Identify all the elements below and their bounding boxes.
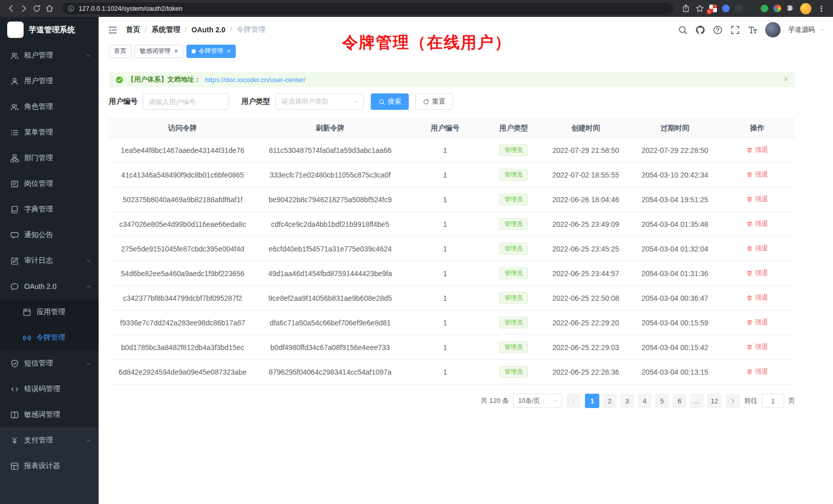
sidebar-item-audit-log[interactable]: 审计日志 xyxy=(0,248,99,274)
force-logout-button[interactable]: 强退 xyxy=(746,219,768,228)
extension-darkgreen-icon[interactable] xyxy=(748,5,755,12)
page-button-5[interactable]: 5 xyxy=(655,394,669,408)
sidebar-item-role[interactable]: 角色管理 xyxy=(0,94,99,120)
extension-green-icon[interactable] xyxy=(761,5,768,12)
sidebar-item-error-code[interactable]: 错误码管理 xyxy=(0,376,99,402)
delete-icon xyxy=(746,221,753,227)
sidebar-item-label: 岗位管理 xyxy=(24,179,53,188)
sidebar-item-oauth2[interactable]: OAuth 2.0 xyxy=(0,274,99,299)
force-logout-button[interactable]: 强退 xyxy=(746,293,768,302)
user-avatar[interactable] xyxy=(765,22,781,37)
sidebar-item-menu[interactable]: 菜单管理 xyxy=(0,120,99,145)
home-icon[interactable] xyxy=(45,4,54,13)
sidebar-item-oauth2-token[interactable]: 令牌管理 xyxy=(0,325,99,351)
tab-敏感词管理[interactable]: 敏感词管理× xyxy=(135,45,183,58)
user-type-badge: 管理员 xyxy=(499,169,528,181)
browser-menu-icon[interactable]: ⋮ xyxy=(817,5,826,12)
bookmark-star-icon[interactable] xyxy=(695,4,704,13)
menu-icon xyxy=(10,128,19,137)
doc-link[interactable]: https://doc.iocoder.cn/user-center/ xyxy=(205,76,306,84)
sidebar-item-post[interactable]: 岗位管理 xyxy=(0,171,99,197)
font-size-icon[interactable] xyxy=(748,25,758,35)
sidebar-item-sms[interactable]: 短信管理 xyxy=(0,351,99,376)
user-type-cell: 管理员 xyxy=(486,163,541,187)
sidebar-item-report-designer[interactable]: 报表设计器 xyxy=(0,453,99,479)
tab-首页[interactable]: 首页 xyxy=(109,45,131,58)
extension-colorful-icon[interactable] xyxy=(773,5,781,12)
chevron-down-icon[interactable] xyxy=(819,27,825,33)
force-logout-button[interactable]: 强退 xyxy=(746,170,768,179)
user-type-select[interactable]: 请选择用户类型 xyxy=(275,93,364,110)
browser-profile-avatar[interactable] xyxy=(800,3,811,14)
goto-page-input[interactable] xyxy=(762,394,784,408)
next-page-button[interactable] xyxy=(726,394,740,408)
page-size-select[interactable]: 10条/页 xyxy=(513,394,562,408)
notice-icon xyxy=(10,231,19,240)
extensions-puzzle-icon[interactable] xyxy=(786,4,795,13)
sidebar-item-sensitive-word[interactable]: 敏感词管理 xyxy=(0,402,99,428)
sidebar-item-dict[interactable]: 字典管理 xyxy=(0,197,99,222)
sidebar-item-notice[interactable]: 通知公告 xyxy=(0,222,99,248)
user-id-input[interactable] xyxy=(143,93,229,110)
doc-alert-banner: 【用户体系】文档地址： https://doc.iocoder.cn/user-… xyxy=(109,72,795,87)
page-button-12[interactable]: 12 xyxy=(707,394,722,408)
force-logout-button[interactable]: 强退 xyxy=(746,145,768,154)
extension-dark-icon[interactable] xyxy=(735,5,743,12)
force-logout-button[interactable]: 强退 xyxy=(746,195,768,204)
back-icon[interactable] xyxy=(7,4,15,13)
page-button-3[interactable]: 3 xyxy=(620,394,634,408)
page-more-button[interactable]: ... xyxy=(690,394,704,408)
forward-icon[interactable] xyxy=(20,4,28,13)
help-icon[interactable] xyxy=(713,25,723,35)
github-icon[interactable] xyxy=(695,25,705,35)
site-info-icon[interactable] xyxy=(68,5,74,12)
share-icon[interactable] xyxy=(681,4,690,13)
force-logout-button[interactable]: 强退 xyxy=(746,367,768,376)
extension-badge: 0 xyxy=(707,9,711,14)
force-logout-button[interactable]: 强退 xyxy=(746,318,768,327)
search-button[interactable]: 搜索 xyxy=(371,93,409,110)
collapse-sidebar-icon[interactable] xyxy=(108,25,118,35)
user-name[interactable]: 芋道源码 xyxy=(788,25,815,34)
user-type-badge: 管理员 xyxy=(499,292,528,304)
sidebar-item-tenant[interactable]: 租户管理 xyxy=(0,43,99,68)
fullscreen-icon[interactable] xyxy=(730,25,740,35)
tab-令牌管理[interactable]: 令牌管理× xyxy=(186,45,236,58)
prev-page-button[interactable] xyxy=(566,394,581,408)
page-button-4[interactable]: 4 xyxy=(637,394,652,408)
reload-icon[interactable] xyxy=(32,4,41,13)
force-logout-label: 强退 xyxy=(755,219,768,228)
sidebar-item-dept[interactable]: 部门管理 xyxy=(0,145,99,171)
sidebar-item-oauth2-app[interactable]: 应用管理 xyxy=(0,299,99,325)
column-header: 访问令牌 xyxy=(109,119,256,138)
app-logo[interactable]: 芋道管理系统 xyxy=(0,17,99,43)
extension-adblock-icon[interactable]: 0 xyxy=(709,5,717,12)
token-icon xyxy=(23,334,31,342)
access-token-cell: c347026e805e4d99b0d116eae66eda8c xyxy=(109,212,256,237)
sidebar-item-pay[interactable]: 支付管理 xyxy=(0,428,99,453)
search-icon[interactable] xyxy=(678,25,688,35)
close-icon[interactable]: × xyxy=(174,48,178,54)
force-logout-button[interactable]: 强退 xyxy=(746,342,768,352)
page-button-6[interactable]: 6 xyxy=(672,394,687,408)
column-header: 操作 xyxy=(720,119,795,138)
sidebar-item-user[interactable]: 用户管理 xyxy=(0,68,99,94)
breadcrumb-item[interactable]: 系统管理 xyxy=(152,25,180,34)
table-row: 6d842e2924594de9a09e45e087323abe8796295f… xyxy=(109,360,795,384)
force-logout-label: 强退 xyxy=(755,318,768,327)
force-logout-button[interactable]: 强退 xyxy=(746,244,768,253)
force-logout-button[interactable]: 强退 xyxy=(746,268,768,278)
sidebar-item-label: 通知公告 xyxy=(24,230,53,240)
chevron-down-icon xyxy=(86,258,91,264)
address-bar[interactable]: 127.0.0.1:1024/system/oauth2/token xyxy=(62,3,673,14)
close-icon[interactable]: × xyxy=(784,75,788,84)
breadcrumb-item[interactable]: OAuth 2.0 xyxy=(192,26,225,34)
extension-blue-icon[interactable] xyxy=(722,5,730,12)
reset-button[interactable]: 重置 xyxy=(415,93,453,110)
refresh-token-cell: be90422b8c7946218275a508bf524fc9 xyxy=(256,187,404,212)
page-button-2[interactable]: 2 xyxy=(602,394,617,408)
breadcrumb-item[interactable]: 首页 xyxy=(126,25,140,34)
page-button-1[interactable]: 1 xyxy=(585,394,599,408)
navbar-actions: 芋道源码 xyxy=(678,22,825,37)
close-icon[interactable]: × xyxy=(227,48,231,54)
